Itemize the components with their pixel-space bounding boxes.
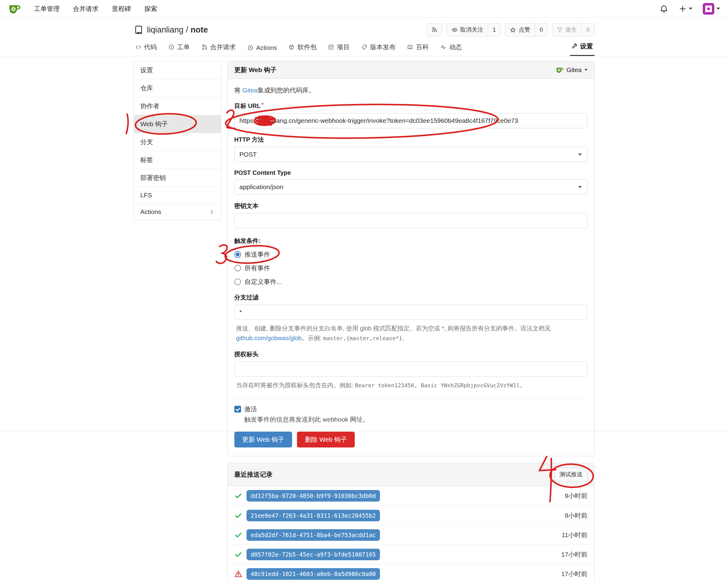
radio-all-events[interactable] (234, 265, 241, 271)
tab-code[interactable]: 代码 (134, 40, 158, 56)
sidebar-item-lfs[interactable]: LFS (134, 187, 221, 203)
gitea-icon (556, 66, 564, 74)
auth-header-input[interactable] (234, 362, 588, 377)
star-count[interactable]: 0 (535, 23, 547, 36)
nav-item-milestones[interactable]: 里程碑 (112, 5, 131, 13)
deliveries-title: 最近推送记录 (234, 470, 272, 479)
user-menu[interactable] (703, 3, 720, 15)
url-redacted: liq (259, 117, 265, 124)
secret-input[interactable] (234, 213, 588, 228)
intro-text: 将 Gitea集成到您的代码库。 (234, 86, 588, 95)
unwatch-button[interactable]: 取消关注 (447, 23, 488, 36)
chevron-down-icon (689, 8, 693, 10)
sidebar-item-actions[interactable]: Actions (134, 203, 221, 220)
delivery-row: 48c91edd-1021-4603-a0eb-0a5d986c0a00 17小… (228, 564, 594, 580)
delivery-row: eda5d2df-761d-4751-8ba4-be753acdd1ac 11小… (228, 525, 594, 545)
active-checkbox-row[interactable]: 激活 (234, 405, 588, 414)
sidebar-item-collaborators[interactable]: 协作者 (134, 97, 221, 115)
sidebar-item-settings[interactable]: 设置 (134, 61, 221, 79)
sidebar-item-deploy-keys[interactable]: 部署密钥 (134, 169, 221, 187)
gitea-logo-icon[interactable] (8, 2, 21, 15)
delivery-row: d057f02e-72b5-45ec-a9f3-bfde51007165 17小… (228, 545, 594, 564)
chevron-down-icon (578, 154, 582, 156)
delivery-uuid-badge[interactable]: eda5d2df-761d-4751-8ba4-be753acdd1ac (246, 529, 380, 541)
success-check-icon (234, 531, 242, 539)
tab-activity[interactable]: 动态 (439, 40, 463, 56)
tab-projects[interactable]: 项目 (327, 40, 351, 56)
play-circle-icon (248, 45, 254, 51)
branch-filter-input[interactable]: * (234, 305, 588, 320)
tab-actions[interactable]: Actions (246, 41, 279, 56)
code-icon (135, 44, 141, 50)
update-webhook-button[interactable]: 更新 Web 钩子 (234, 432, 292, 447)
test-delivery-button[interactable]: 测试推送 (555, 468, 588, 481)
delivery-uuid-badge[interactable]: dd12f5ba-9720-4850-b9f9-91030bc3db0d (246, 490, 380, 502)
active-checkbox[interactable] (234, 406, 241, 413)
fork-icon (557, 27, 563, 33)
repo-owner-link[interactable]: liqianliang (147, 25, 184, 34)
chevron-down-icon (717, 8, 720, 10)
eye-icon (451, 27, 458, 33)
divider (234, 398, 588, 399)
glob-docs-link[interactable]: github.com/gobwas/glob (236, 335, 302, 341)
sidebar-item-tags[interactable]: 标签 (134, 151, 221, 169)
create-new-button[interactable] (679, 5, 693, 13)
breadcrumb-separator: / (186, 25, 188, 34)
settings-sidebar: 设置 仓库 协作者 Web 钩子 分支 标签 部署密钥 LFS Actions (134, 61, 221, 220)
radio-push-row[interactable]: 推送事件 (234, 250, 270, 259)
http-method-select[interactable]: POST (234, 147, 588, 162)
radio-custom-events[interactable] (234, 279, 241, 285)
delivery-row: dd12f5ba-9720-4850-b9f9-91030bc3db0d 9小时… (228, 486, 594, 505)
radio-custom-row[interactable]: 自定义事件... (234, 278, 282, 286)
tab-pulls[interactable]: 合并请求 (200, 40, 237, 56)
nav-item-issues[interactable]: 工单管理 (34, 5, 59, 13)
success-check-icon (234, 511, 242, 520)
issue-icon (168, 44, 175, 50)
star-button[interactable]: 点赞 (505, 23, 535, 36)
tab-wiki[interactable]: 百科 (406, 40, 430, 56)
package-icon (288, 44, 294, 50)
watch-count[interactable]: 1 (488, 23, 501, 36)
tab-settings[interactable]: 设置 (570, 39, 595, 56)
http-method-label: HTTP 方法 (234, 136, 588, 144)
trigger-condition-label: 触发条件: (234, 237, 588, 245)
delete-webhook-button[interactable]: 删除 Web 钩子 (297, 432, 355, 447)
radio-push-events[interactable] (234, 251, 241, 258)
tab-issues[interactable]: 工单 (167, 40, 191, 56)
success-check-icon (234, 551, 242, 558)
recent-deliveries-panel: 最近推送记录 测试推送 dd12f5ba-9720-4850-b9f9-9103… (227, 463, 595, 580)
delivery-uuid-badge[interactable]: 48c91edd-1021-4603-a0eb-0a5d986c0a00 (246, 568, 380, 580)
sidebar-item-branches[interactable]: 分支 (134, 133, 221, 151)
hook-type-dropdown[interactable]: Gitea (556, 66, 587, 74)
rss-button[interactable] (426, 23, 442, 36)
notifications-bell-icon[interactable] (659, 4, 669, 14)
delivery-time: 17小时前 (561, 550, 587, 559)
top-navbar: 工单管理 合并请求 里程碑 探索 (0, 0, 728, 18)
radio-all-row[interactable]: 所有事件 (234, 264, 270, 272)
avatar[interactable] (703, 3, 714, 15)
delivery-time: 9小时前 (565, 511, 588, 520)
sidebar-item-repository[interactable]: 仓库 (134, 79, 221, 97)
delivery-time: 11小时前 (562, 531, 588, 539)
content-type-select[interactable]: application/json (234, 179, 588, 194)
repo-name-link[interactable]: note (190, 25, 208, 34)
required-asterisk: * (261, 102, 263, 108)
panel-title: 更新 Web 钩子 (234, 65, 277, 74)
gitea-link[interactable]: Gitea (242, 87, 257, 94)
delivery-time: 9小时前 (565, 492, 588, 500)
fork-button-group: 派生 0 (552, 23, 595, 36)
nav-item-pulls[interactable]: 合并请求 (73, 5, 99, 13)
project-board-icon (328, 44, 334, 50)
watch-button-group: 取消关注 1 (446, 23, 501, 36)
delivery-uuid-badge[interactable]: 21ee9e47-f263-4a31-8311-613ec28455b2 (246, 510, 380, 521)
delivery-uuid-badge[interactable]: d057f02e-72b5-45ec-a9f3-bfde51007165 (246, 549, 380, 560)
fork-count: 0 (581, 23, 594, 36)
breadcrumb: liqianliang/note (147, 25, 208, 35)
target-url-input[interactable]: https://liqianliang.cn/generic-webhook-t… (234, 113, 588, 128)
sidebar-item-webhooks[interactable]: Web 钩子 (134, 115, 221, 133)
delivery-time: 17小时前 (561, 570, 587, 578)
chevron-down-icon (578, 186, 582, 188)
tab-packages[interactable]: 软件包 (287, 40, 318, 56)
tab-releases[interactable]: 版本发布 (360, 40, 397, 56)
nav-item-explore[interactable]: 探索 (145, 5, 157, 13)
